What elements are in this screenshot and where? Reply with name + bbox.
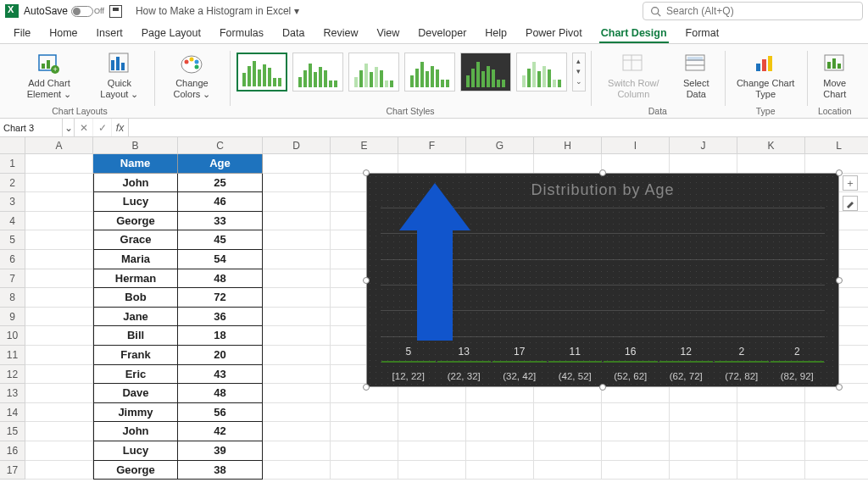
cell[interactable] <box>25 192 93 212</box>
bar[interactable]: 12 <box>659 346 715 363</box>
cell[interactable]: 36 <box>178 308 263 327</box>
tab-format[interactable]: Format <box>684 25 721 43</box>
cell[interactable]: Bob <box>93 288 178 308</box>
cell[interactable] <box>263 422 331 441</box>
cell[interactable] <box>25 174 93 193</box>
cell[interactable] <box>25 441 93 461</box>
tab-data[interactable]: Data <box>281 25 306 43</box>
cell[interactable]: Dave <box>93 384 178 403</box>
fx-icon[interactable]: fx <box>112 119 129 136</box>
cell[interactable]: Lucy <box>93 192 178 212</box>
cell[interactable] <box>331 403 398 423</box>
col-header[interactable]: J <box>670 137 737 154</box>
change-chart-type-button[interactable]: Change Chart Type <box>730 49 802 101</box>
move-chart-button[interactable]: Move Chart <box>812 49 858 101</box>
cell[interactable] <box>25 346 93 365</box>
cell[interactable] <box>25 403 93 423</box>
cell[interactable] <box>25 461 93 480</box>
resize-handle[interactable] <box>363 277 370 284</box>
bar[interactable]: 16 <box>603 346 659 363</box>
cell[interactable] <box>263 441 331 461</box>
cell[interactable]: 18 <box>178 326 263 346</box>
tab-home[interactable]: Home <box>47 25 79 43</box>
cell[interactable] <box>25 308 93 327</box>
cell[interactable]: Maria <box>93 250 178 269</box>
cell[interactable] <box>670 154 737 174</box>
cell[interactable]: George <box>93 212 178 231</box>
bar[interactable]: 13 <box>437 346 492 363</box>
cell[interactable] <box>263 308 331 327</box>
cell[interactable] <box>534 403 602 423</box>
bar[interactable]: 11 <box>548 346 604 363</box>
cell[interactable]: 45 <box>178 230 263 250</box>
cell[interactable] <box>25 230 93 250</box>
resize-handle[interactable] <box>363 169 370 176</box>
cell[interactable] <box>737 403 805 423</box>
resize-handle[interactable] <box>836 384 843 391</box>
resize-handle[interactable] <box>599 384 606 391</box>
cell[interactable] <box>398 441 466 461</box>
cell[interactable] <box>602 403 670 423</box>
select-data-button[interactable]: Select Data <box>673 49 720 101</box>
cell[interactable]: 54 <box>178 250 263 269</box>
worksheet[interactable]: ABCDEFGHIJKL 1NameAge2John253Lucy464Geor… <box>0 137 868 488</box>
tab-review[interactable]: Review <box>321 25 359 43</box>
save-icon[interactable] <box>109 5 122 18</box>
tab-view[interactable]: View <box>375 25 401 43</box>
chart-styles-more[interactable]: ▴▾⌄ <box>572 53 586 92</box>
cell[interactable] <box>331 461 398 480</box>
row-header[interactable]: 4 <box>0 212 25 231</box>
resize-handle[interactable] <box>836 277 843 284</box>
row-header[interactable]: 6 <box>0 250 25 269</box>
cell[interactable] <box>398 461 466 480</box>
row-header[interactable]: 17 <box>0 461 25 480</box>
row-header[interactable]: 9 <box>0 308 25 327</box>
bar[interactable]: 17 <box>492 346 548 363</box>
cell[interactable]: Eric <box>93 365 178 385</box>
cell[interactable] <box>737 422 805 441</box>
cell[interactable] <box>534 422 602 441</box>
cell[interactable] <box>263 154 331 174</box>
row-header[interactable]: 15 <box>0 422 25 441</box>
row-header[interactable]: 2 <box>0 174 25 193</box>
resize-handle[interactable] <box>363 384 370 391</box>
tab-help[interactable]: Help <box>483 25 509 43</box>
tab-formulas[interactable]: Formulas <box>218 25 265 43</box>
cell[interactable] <box>263 269 331 289</box>
row-header[interactable]: 16 <box>0 441 25 461</box>
col-header[interactable]: H <box>534 137 602 154</box>
cell[interactable] <box>263 365 331 385</box>
col-header[interactable]: D <box>263 137 331 154</box>
cell[interactable] <box>25 154 93 174</box>
cell[interactable] <box>466 441 534 461</box>
cell[interactable] <box>466 461 534 480</box>
cell[interactable] <box>398 422 466 441</box>
tab-file[interactable]: File <box>12 25 32 43</box>
row-header[interactable]: 14 <box>0 403 25 423</box>
search-input[interactable]: Search (Alt+Q) <box>643 2 863 20</box>
cell[interactable] <box>805 403 868 423</box>
col-header[interactable]: C <box>178 137 263 154</box>
name-box[interactable]: Chart 3 <box>0 119 63 136</box>
tab-power-pivot[interactable]: Power Pivot <box>524 25 584 43</box>
formula-cancel[interactable]: ✕ <box>75 119 93 136</box>
cell[interactable]: John <box>93 174 178 193</box>
cell[interactable] <box>534 441 602 461</box>
cell[interactable]: 25 <box>178 174 263 193</box>
chart-style-6[interactable] <box>516 53 567 92</box>
col-header[interactable]: L <box>805 137 868 154</box>
chart-style-3[interactable] <box>348 53 399 92</box>
row-header[interactable]: 5 <box>0 230 25 250</box>
autosave-toggle[interactable]: AutoSave Off <box>24 5 104 17</box>
cell[interactable]: 48 <box>178 384 263 403</box>
cell[interactable] <box>737 154 805 174</box>
cell[interactable] <box>263 326 331 346</box>
cell[interactable] <box>263 461 331 480</box>
cell[interactable] <box>263 384 331 403</box>
cell[interactable] <box>534 154 602 174</box>
row-header[interactable]: 1 <box>0 154 25 174</box>
cell[interactable]: Frank <box>93 346 178 365</box>
cell[interactable] <box>263 192 331 212</box>
cell[interactable]: 56 <box>178 403 263 423</box>
cell[interactable] <box>737 441 805 461</box>
